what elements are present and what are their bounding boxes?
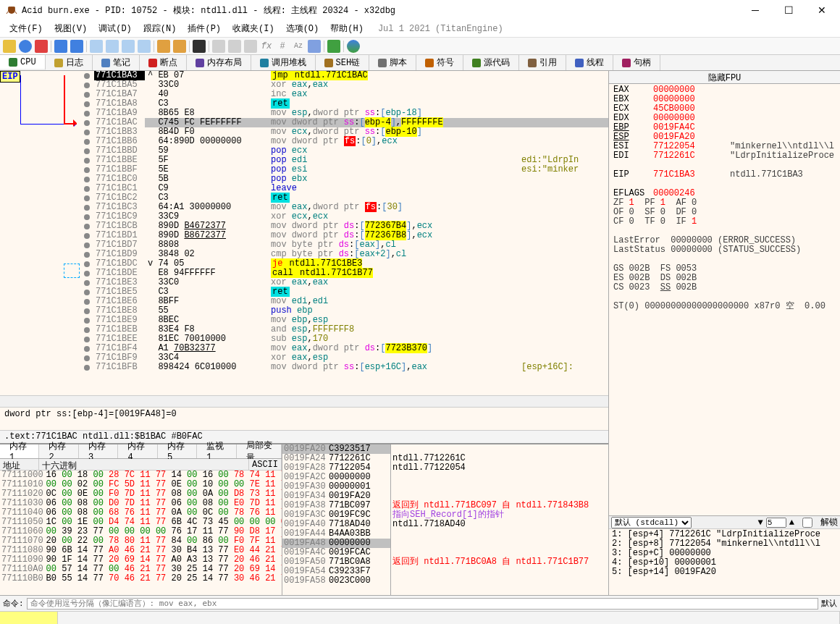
app-icon [6,4,17,16]
tab-8[interactable]: 符号 [416,55,463,70]
selection-box [64,263,80,278]
stack-comment [391,482,608,492]
open-icon[interactable] [3,40,16,53]
arguments-pane: 默认 (stdcall) ▼ ▲ 解锁 1: [esp+4] 7712261C … [609,515,840,595]
dump-tab[interactable]: 内存 2 [39,444,78,458]
stack-comment: 返回到 ntdll.771BC0A8 自 ntdll.771C1B77 [391,557,608,567]
command-label: 命令: [3,598,24,609]
stack-row[interactable]: 0019FA580023C000 [282,576,390,586]
run-icon[interactable] [54,40,67,53]
dump-tab[interactable]: 内存 5 [158,444,197,458]
trace-into-icon[interactable] [157,40,170,53]
calling-convention-select[interactable]: 默认 (stdcall) [611,517,692,528]
patches-icon[interactable] [193,40,206,53]
menu-item[interactable]: 帮助(H) [324,22,369,35]
window-title: Acid burn.exe - PID: 10752 - 模块: ntdll.d… [22,4,739,17]
step-over-icon[interactable] [106,40,119,53]
toolbar: fx # Az [0,38,840,55]
tab-5[interactable]: 调用堆栈 [251,55,316,70]
menu-item[interactable]: 视图(V) [49,22,93,35]
menu-item[interactable]: 跟踪(N) [138,22,182,35]
dump-tab[interactable]: 监视 1 [197,444,236,458]
bookmarks-icon[interactable] [244,40,257,53]
stack-comment [391,529,608,539]
svg-point-1 [8,7,11,9]
tab-2[interactable]: 笔记 [93,55,140,70]
arg-stepper-down[interactable]: ▼ [758,518,763,528]
menu-item[interactable]: 收藏夹(I) [227,22,280,35]
build-info: Jul 1 2021 (TitanEngine) [378,24,503,34]
fx-icon[interactable]: fx [260,40,273,53]
tab-10[interactable]: 引用 [519,55,566,70]
status-bar [0,611,840,624]
dump-pane: 内存 1内存 2内存 3内存 4内存 5监视 1局部变量 地址 十六进制 ASC… [0,444,282,595]
svg-line-4 [15,12,17,14]
stack-comment [391,576,608,586]
tab-7[interactable]: 脚本 [369,55,416,70]
tab-0[interactable]: CPU [0,55,46,70]
disasm-row[interactable]: 771C1BC1 C9leave [0,184,608,193]
about-icon[interactable] [347,40,360,53]
jump-arrow-red [64,75,77,125]
registers-pane[interactable]: EAX00000000EBX00000000ECX45CB0000EDX0000… [609,84,840,515]
tab-1[interactable]: 日志 [46,55,93,70]
step-out-icon[interactable] [122,40,135,53]
calc-icon[interactable] [308,40,321,53]
step-skip-icon[interactable] [138,40,151,53]
minimize-button[interactable]: ─ [739,0,772,20]
menu-item[interactable]: 文件(F) [4,22,49,35]
pause-icon[interactable] [70,40,83,53]
command-mode[interactable]: 默认 [821,598,837,609]
tab-11[interactable]: 线程 [566,55,613,70]
dump-row[interactable]: 771110B0B0 55 14 77 70 46 21 77 20 25 14… [0,574,282,583]
hash-icon[interactable]: # [276,40,289,53]
dump-tab[interactable]: 内存 1 [0,444,39,458]
disasm-row[interactable]: 771C1BFB 898424 6C010000mov dword ptr ss… [0,363,608,372]
menu-bar: 文件(F)视图(V)调试(D)跟踪(N)插件(P)收藏夹(I)选项(O)帮助(H… [0,20,840,38]
restart-icon[interactable] [19,40,32,53]
stack-comment [391,539,608,548]
maximize-button[interactable]: ☐ [772,0,805,20]
disassembly-pane[interactable]: EIP 771C1BA3^ EB 07jmp ntdll.771C1BAC771… [0,71,608,407]
trace-over-icon[interactable] [173,40,186,53]
arg-stepper-up[interactable]: ▲ [789,518,794,528]
menu-item[interactable]: 调试(D) [93,22,138,35]
disasm-row[interactable]: 771C1BE3 33C0xor eax,eax [0,278,608,287]
info-strip: dword ptr ss:[ebp-4]=[0019FA48]=0 [0,407,608,430]
tab-9[interactable]: 源代码 [463,55,519,70]
command-bar: 命令: 默认 [0,595,840,611]
stack-comment: ntdll.7718AD40 [391,520,608,529]
az-icon[interactable]: Az [292,40,305,53]
dump-header: 地址 十六进制 ASCII [0,459,282,471]
menu-item[interactable]: 插件(P) [182,22,227,35]
stack-pane[interactable]: 0019FA20C39235170019FA247712261C0019FA28… [282,444,608,595]
tab-6[interactable]: SEH链 [316,55,370,70]
labels-icon[interactable] [228,40,241,53]
view-tabs: CPU日志笔记断点内存布局调用堆栈SEH链脚本符号源代码引用线程句柄 [0,55,840,71]
step-into-icon[interactable] [90,40,103,53]
menu-item[interactable]: 选项(O) [280,22,325,35]
unlock-checkbox[interactable] [797,518,818,528]
tab-4[interactable]: 内存布局 [187,55,251,70]
scrollbar-horizontal[interactable] [0,395,608,407]
arg-count-input[interactable] [766,518,786,528]
disasm-row[interactable]: 771C1BC0 5Bpop ebx [0,174,608,184]
eip-marker: EIP [0,71,20,83]
comments-icon[interactable] [212,40,225,53]
dump-tab[interactable]: 内存 4 [118,444,157,458]
tab-3[interactable]: 断点 [140,55,187,70]
stack-comment: ntdll.77122054 [391,463,608,473]
command-input[interactable] [27,598,818,610]
tab-12[interactable]: 句柄 [613,55,660,70]
close-button[interactable]: ✕ [805,0,839,20]
settings-icon[interactable] [327,40,340,53]
disasm-row[interactable]: 771C1BA7 40inc eax [0,90,608,99]
stop-icon[interactable] [35,40,48,53]
dump-body[interactable]: 7711100016 00 18 00 28 7C 11 77 14 00 16… [0,471,282,595]
stack-comment [391,567,608,576]
dump-tab[interactable]: 内存 3 [79,444,118,458]
title-bar: Acid burn.exe - PID: 10752 - 模块: ntdll.d… [0,0,840,20]
svg-point-2 [12,7,15,9]
registers-header[interactable]: 隐藏FPU [609,71,840,84]
dump-tab[interactable]: 局部变量 [237,444,282,458]
